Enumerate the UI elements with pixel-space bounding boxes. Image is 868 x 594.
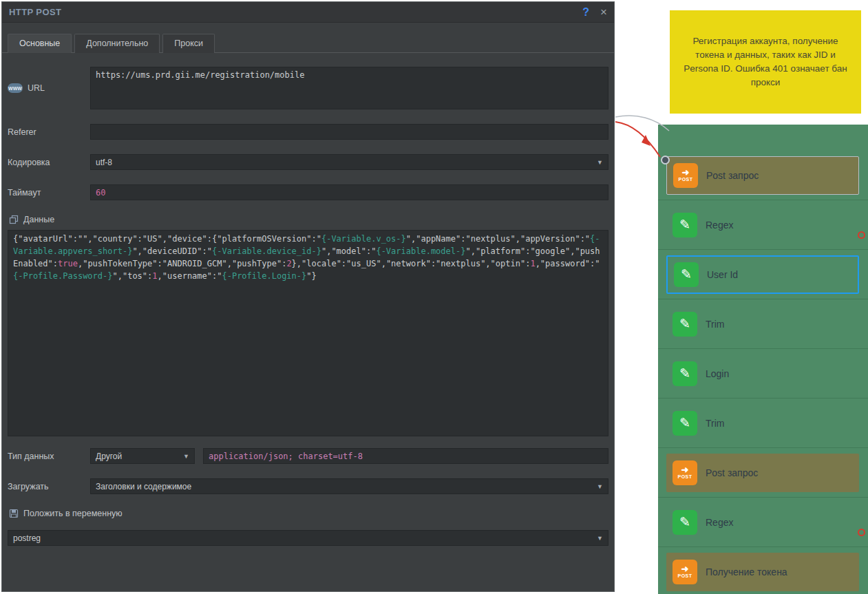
- chevron-down-icon: ▼: [597, 159, 603, 166]
- action-label: Получение токена: [706, 566, 787, 577]
- encoding-row: Кодировка utf-8 ▼: [8, 154, 608, 170]
- pencil-icon: ✎: [674, 262, 699, 287]
- dialog-title: HTTP POST: [9, 7, 582, 17]
- help-icon[interactable]: ?: [582, 6, 589, 19]
- data-type-value: Другой: [96, 452, 122, 461]
- post-text-glyph: POST: [677, 474, 692, 479]
- save-var-value: postreg: [13, 533, 41, 543]
- tab-advanced[interactable]: Дополнительно: [74, 34, 160, 53]
- action-list-panel: ➜ POST Post запрос ✎ Regex ✎ User Id ✎ T…: [658, 125, 868, 594]
- action-label: Regex: [706, 220, 733, 231]
- data-section-label: Данные: [9, 215, 608, 224]
- save-var-label-text: Положить в переменную: [23, 509, 123, 518]
- action-post-request-1[interactable]: ➜ POST Post запрос: [666, 156, 859, 195]
- encoding-label: Кодировка: [8, 158, 90, 167]
- close-icon[interactable]: ×: [600, 6, 607, 18]
- data-type-row: Тип данных Другой ▼ application/json; ch…: [8, 448, 608, 464]
- content-type-input[interactable]: application/json; charset=utf-8: [203, 448, 608, 464]
- red-wire-arrowhead: [642, 135, 650, 146]
- action-row: ➜ POST Post запрос: [658, 448, 868, 498]
- timeout-row: Таймаут 60: [8, 184, 608, 200]
- content-type-value: application/json; charset=utf-8: [209, 452, 363, 461]
- tab-proxy[interactable]: Прокси: [162, 34, 215, 53]
- action-post-request-2[interactable]: ➜ POST Post запрос: [666, 454, 859, 492]
- encoding-value: utf-8: [96, 158, 112, 167]
- referer-label: Referer: [8, 127, 90, 137]
- action-row: ✎ User Id: [658, 250, 868, 299]
- post-icon: ➜ POST: [673, 560, 697, 584]
- timeout-value: 60: [96, 188, 105, 198]
- post-text-glyph: POST: [678, 177, 692, 182]
- pencil-icon: ✎: [673, 411, 697, 436]
- post-icon: ➜ POST: [673, 163, 698, 188]
- referer-row: Referer: [8, 124, 608, 140]
- dialog-content: WWW URL https://ums.prd.gii.me/registrat…: [2, 53, 614, 546]
- edge-connector-dot[interactable]: [858, 529, 865, 536]
- post-arrow-glyph: ➜: [681, 466, 689, 474]
- edge-connector-dot[interactable]: [858, 231, 865, 239]
- action-regex-1[interactable]: ✎ Regex: [666, 206, 859, 244]
- pencil-icon: ✎: [673, 510, 697, 535]
- action-row: ✎ Regex: [658, 498, 868, 547]
- tab-main[interactable]: Основные: [8, 34, 72, 53]
- tab-bar: Основные Дополнительно Прокси: [2, 23, 614, 53]
- action-label: Trim: [706, 319, 724, 330]
- load-dropdown[interactable]: Заголовки и содержимое ▼: [90, 478, 608, 494]
- dialog-titlebar[interactable]: HTTP POST ? ×: [2, 2, 614, 23]
- pencil-icon: ✎: [673, 213, 697, 237]
- action-row: ✎ Regex: [658, 200, 868, 250]
- http-post-dialog: HTTP POST ? × Основные Дополнительно Про…: [1, 1, 615, 592]
- comment-note[interactable]: Регистрация аккаунта, получение токена и…: [670, 10, 861, 114]
- action-row: ✎ Trim: [658, 399, 868, 448]
- load-value: Заголовки и содержимое: [96, 482, 191, 491]
- data-label-text: Данные: [23, 215, 54, 224]
- load-label: Загружать: [8, 482, 90, 491]
- action-get-token[interactable]: ➜ POST Получение токена: [666, 553, 859, 591]
- red-wire: [615, 122, 660, 157]
- floppy-save-icon: [9, 509, 19, 518]
- action-label: Post запрос: [706, 170, 759, 181]
- action-row: ➜ POST Получение токена: [658, 547, 868, 594]
- pencil-icon: ✎: [673, 361, 697, 386]
- action-trim-1[interactable]: ✎ Trim: [666, 305, 859, 343]
- action-regex-2[interactable]: ✎ Regex: [666, 503, 859, 542]
- post-icon: ➜ POST: [673, 460, 697, 485]
- action-login[interactable]: ✎ Login: [666, 354, 859, 393]
- load-row: Загружать Заголовки и содержимое ▼: [8, 478, 608, 494]
- action-label: User Id: [707, 269, 738, 280]
- wire-connector-circle[interactable]: [661, 156, 670, 165]
- chevron-down-icon: ▼: [597, 483, 603, 490]
- data-textarea[interactable]: {"avatarUrl":"","country":"US","device":…: [8, 230, 608, 436]
- action-row: ➜ POST Post запрос: [658, 151, 868, 200]
- post-text-glyph: POST: [677, 573, 692, 578]
- action-label: Regex: [706, 517, 733, 528]
- encoding-dropdown[interactable]: utf-8 ▼: [90, 154, 608, 170]
- pencil-icon: ✎: [673, 312, 697, 337]
- www-globe-icon: WWW: [8, 83, 23, 93]
- action-label: Login: [706, 368, 729, 379]
- data-type-label: Тип данных: [8, 452, 90, 461]
- action-label: Trim: [706, 418, 724, 429]
- action-label: Post запрос: [706, 467, 758, 478]
- post-arrow-glyph: ➜: [682, 169, 690, 177]
- save-var-label: Положить в переменную: [9, 509, 608, 518]
- post-arrow-glyph: ➜: [681, 565, 689, 573]
- panel-spacer: [658, 125, 868, 151]
- copy-icon: [9, 215, 19, 224]
- data-type-dropdown[interactable]: Другой ▼: [90, 448, 195, 464]
- url-label: WWW URL: [8, 83, 90, 93]
- timeout-input[interactable]: 60: [90, 184, 608, 200]
- url-input[interactable]: https://ums.prd.gii.me/registration/mobi…: [90, 67, 608, 109]
- save-var-dropdown[interactable]: postreg ▼: [8, 530, 608, 546]
- chevron-down-icon: ▼: [597, 535, 603, 542]
- action-row: ✎ Trim: [658, 299, 868, 349]
- referer-input[interactable]: [90, 124, 608, 140]
- url-label-text: URL: [28, 83, 45, 93]
- action-row: ✎ Login: [658, 349, 868, 399]
- action-trim-2[interactable]: ✎ Trim: [666, 404, 859, 443]
- url-row: WWW URL https://ums.prd.gii.me/registrat…: [8, 67, 608, 109]
- timeout-label: Таймаут: [8, 188, 90, 198]
- chevron-down-icon: ▼: [183, 453, 189, 460]
- action-user-id[interactable]: ✎ User Id: [666, 255, 859, 294]
